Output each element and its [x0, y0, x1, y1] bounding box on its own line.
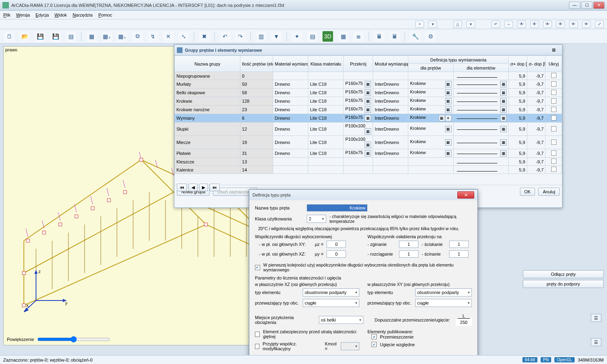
3d-view-icon[interactable]: 3D: [323, 31, 333, 42]
col-module[interactable]: Moduł wymiarujący: [373, 56, 408, 72]
nav-prev-button[interactable]: ◀: [189, 184, 197, 191]
elem-type-select-xy[interactable]: obustronnie podparty: [415, 288, 472, 296]
nav-first-button[interactable]: ⏮: [177, 184, 187, 191]
view-icon[interactable]: ▾: [466, 21, 475, 28]
table-row[interactable]: Miecze18DrewnoLite C18P100x100▦InterDrew…: [175, 136, 562, 149]
table-row[interactable]: Słupki12DrewnoLite C18P100x100▦InterDrew…: [175, 123, 562, 136]
bending-input[interactable]: [399, 241, 418, 248]
eye-icon[interactable]: 👁: [543, 21, 552, 28]
menu-edycja[interactable]: Edycja: [36, 13, 49, 17]
panel-ok-button[interactable]: OK: [520, 188, 535, 196]
defl-denominator-input[interactable]: [456, 319, 472, 326]
table-row[interactable]: Krokwie128DrewnoLite C18P160x75▦InterDre…: [175, 97, 562, 106]
detach-bars-button[interactable]: Odłącz pręty: [523, 270, 604, 278]
panel-cancel-button[interactable]: Anuluj: [538, 188, 560, 196]
section-db-icon[interactable]: ▥: [256, 31, 266, 42]
table-row[interactable]: Kalenice145,9-9,7: [175, 166, 562, 174]
settings-icon[interactable]: 🔧: [410, 31, 420, 42]
undo-icon[interactable]: ↶: [220, 31, 230, 42]
menu-pomoc[interactable]: Pomoc: [98, 13, 112, 17]
pub-displacement-checkbox[interactable]: ✔: [371, 334, 377, 339]
nav-next-button[interactable]: ▶: [199, 184, 208, 191]
open-file-icon[interactable]: 📂: [19, 31, 30, 42]
options-icon[interactable]: ⚙: [425, 31, 436, 42]
col-sigma-plus[interactable]: σ+ dop [MPa]: [509, 56, 527, 72]
load-type-select-xz[interactable]: ciągłe: [303, 299, 359, 307]
saveall-icon[interactable]: 💾: [50, 31, 61, 42]
delete-icon[interactable]: ✖: [199, 31, 210, 42]
grid-icon[interactable]: ▦: [86, 31, 97, 42]
add-node-icon[interactable]: ▦₊: [102, 31, 112, 42]
load-type-select-xy[interactable]: ciągłe: [415, 299, 472, 307]
maximize-button[interactable]: ☐: [581, 2, 592, 9]
copy-icon[interactable]: ⧉: [132, 31, 143, 42]
mu-y-input[interactable]: [327, 250, 346, 258]
table-row[interactable]: Wymiany6DrewnoLite C18P160x75▦InterDrewn…: [175, 114, 562, 123]
usage-class-select[interactable]: 2: [307, 215, 326, 223]
menu-widok[interactable]: Widok: [55, 13, 67, 17]
compress-input[interactable]: [449, 241, 469, 248]
menu-wersja[interactable]: Wersja: [16, 13, 30, 17]
expand-icon[interactable]: ⤢: [595, 21, 604, 28]
col-material[interactable]: Materiał wymiarowany: [273, 56, 308, 72]
save-icon[interactable]: 💾: [35, 31, 45, 42]
expand-button[interactable]: ☰: [591, 338, 601, 346]
load-place-select[interactable]: oś belki: [319, 316, 363, 324]
nav-last-button[interactable]: ⏭: [210, 184, 220, 191]
minimize-button[interactable]: —: [569, 2, 580, 9]
col-deftype[interactable]: Definicja typu wymiarowania: [408, 56, 509, 64]
node-icon[interactable]: •ⁿ: [491, 21, 500, 28]
table-row[interactable]: Niepogrupowane05,9-9,7: [175, 72, 562, 80]
col-class[interactable]: Klasa materiału: [308, 56, 344, 72]
zoom-slider[interactable]: [37, 336, 110, 343]
mu-z-input[interactable]: [327, 241, 346, 248]
eye-icon[interactable]: 👁: [517, 21, 526, 28]
view-icon[interactable]: ⚬: [415, 21, 424, 28]
calc2-icon[interactable]: 🖩: [389, 31, 400, 42]
elem-type-select-xz[interactable]: obustronnie podparty: [303, 288, 359, 296]
coord-icon[interactable]: ⤡: [178, 31, 189, 42]
col-hide[interactable]: Ukryj: [545, 56, 562, 72]
expand-button[interactable]: ☰: [591, 314, 601, 322]
col-for-elems[interactable]: dla elementów: [453, 64, 509, 72]
add-bar-icon[interactable]: ▦₊: [117, 31, 127, 42]
table-row[interactable]: Krokwie narożne23DrewnoLite C18P160x75▦I…: [175, 106, 562, 114]
mod-checkbox[interactable]: [255, 344, 259, 349]
load-icon[interactable]: ↯: [148, 31, 158, 42]
bar-type-name-input[interactable]: [307, 204, 367, 212]
new-file-icon[interactable]: 🗋: [4, 31, 15, 42]
calc-icon[interactable]: 🖩: [374, 31, 384, 42]
pub-deflection-checkbox[interactable]: ✔: [371, 342, 377, 347]
tool-icon[interactable]: ✦: [292, 31, 302, 42]
results-icon[interactable]: ≣: [353, 31, 364, 42]
col-count[interactable]: Ilość prętów (elementów): [240, 56, 273, 72]
menu-plik[interactable]: Plik: [3, 13, 11, 17]
shear-input[interactable]: [449, 250, 469, 258]
menu-narzedzia[interactable]: Narzędzia: [72, 13, 93, 17]
window-close-button[interactable]: ✕: [593, 2, 605, 9]
sheet-icon[interactable]: ▤: [307, 31, 318, 42]
protected-checkbox[interactable]: [255, 332, 260, 337]
table-row[interactable]: Kleszcze135,9-9,7: [175, 158, 562, 166]
table-row[interactable]: Belki okapowe58DrewnoLite C18P160x75▦Int…: [175, 89, 562, 97]
dialog-close-button[interactable]: ✕: [457, 191, 474, 199]
redo-icon[interactable]: ↷: [235, 31, 246, 42]
project-icon[interactable]: ▤: [66, 31, 76, 42]
filter-icon[interactable]: ▼: [271, 31, 282, 42]
dimension-icon[interactable]: ✕: [163, 31, 174, 42]
priority-checkbox[interactable]: ✔: [255, 265, 260, 270]
col-name[interactable]: Nazwa grupy: [175, 56, 240, 72]
table-row[interactable]: Płatwie31DrewnoLite C18P160x75▦InterDrew…: [175, 149, 562, 158]
col-sigma-minus[interactable]: σ- dop [MPa]: [527, 56, 545, 72]
eye-icon[interactable]: 👁: [569, 21, 578, 28]
groups-table[interactable]: Nazwa grupy Ilość prętów (elementów) Mat…: [174, 55, 562, 174]
view-icon[interactable]: ▾: [428, 21, 437, 28]
table-row[interactable]: Murłaty50DrewnoLite C18P160x75▦InterDrew…: [175, 80, 562, 89]
table-icon[interactable]: ▦: [338, 31, 348, 42]
axes-icon[interactable]: △: [453, 21, 462, 28]
panel-close-button[interactable]: ⊠: [548, 47, 560, 53]
col-section[interactable]: Przekrój: [344, 56, 373, 72]
bars-to-support-button[interactable]: pręty do podpory: [523, 280, 604, 288]
tension-input[interactable]: [399, 250, 418, 258]
col-for-bars[interactable]: dla prętów: [408, 64, 453, 72]
